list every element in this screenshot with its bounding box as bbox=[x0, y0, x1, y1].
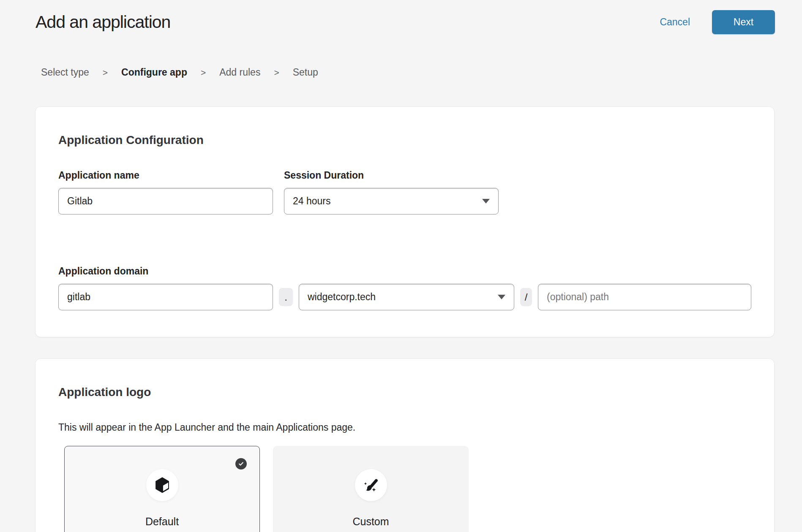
next-button[interactable]: Next bbox=[712, 10, 775, 34]
page-header: Add an application Cancel Next bbox=[0, 0, 802, 38]
application-logo-card: Application logo This will appear in the… bbox=[35, 359, 774, 532]
session-duration-value: 24 hours bbox=[293, 195, 331, 207]
logo-options-row: Default Custom bbox=[64, 446, 751, 532]
subdomain-input[interactable] bbox=[58, 284, 273, 310]
name-session-row: Application name Session Duration 24 hou… bbox=[58, 169, 751, 214]
session-duration-label: Session Duration bbox=[284, 169, 499, 181]
session-duration-select[interactable]: 24 hours bbox=[284, 188, 499, 214]
logo-option-label: Default bbox=[65, 516, 259, 528]
application-name-field: Application name bbox=[58, 169, 273, 214]
chevron-down-icon bbox=[498, 295, 505, 299]
page-title: Add an application bbox=[35, 12, 170, 32]
session-duration-field: Session Duration 24 hours bbox=[284, 169, 499, 214]
application-logo-heading: Application logo bbox=[58, 385, 751, 399]
breadcrumb-step-select-type[interactable]: Select type bbox=[41, 67, 89, 78]
cube-icon bbox=[153, 475, 172, 495]
dot-separator: . bbox=[279, 288, 293, 306]
logo-option-default[interactable]: Default bbox=[64, 446, 260, 532]
custom-icon-circle bbox=[355, 469, 387, 501]
domain-value: widgetcorp.tech bbox=[308, 291, 376, 303]
breadcrumb-step-add-rules[interactable]: Add rules bbox=[219, 67, 260, 78]
breadcrumb-separator: > bbox=[103, 68, 108, 78]
application-domain-label: Application domain bbox=[58, 265, 751, 277]
application-domain-row: . widgetcorp.tech / bbox=[58, 277, 751, 310]
logo-option-label: Custom bbox=[273, 516, 468, 528]
check-icon bbox=[235, 458, 247, 470]
application-name-input[interactable] bbox=[58, 188, 273, 214]
application-configuration-heading: Application Configuration bbox=[58, 133, 751, 147]
paintbrush-icon bbox=[361, 475, 381, 495]
chevron-down-icon bbox=[482, 199, 490, 204]
application-logo-description: This will appear in the App Launcher and… bbox=[58, 421, 751, 433]
breadcrumb-step-configure-app[interactable]: Configure app bbox=[121, 67, 187, 78]
header-actions: Cancel Next bbox=[660, 10, 775, 34]
breadcrumb-separator: > bbox=[274, 68, 279, 78]
application-name-label: Application name bbox=[58, 169, 273, 181]
slash-separator: / bbox=[520, 288, 532, 306]
path-input[interactable] bbox=[538, 284, 751, 310]
breadcrumb: Select type > Configure app > Add rules … bbox=[41, 67, 802, 78]
breadcrumb-step-setup[interactable]: Setup bbox=[293, 67, 318, 78]
breadcrumb-separator: > bbox=[201, 68, 206, 78]
cancel-button[interactable]: Cancel bbox=[660, 16, 690, 28]
logo-option-custom[interactable]: Custom bbox=[273, 446, 469, 532]
application-configuration-card: Application Configuration Application na… bbox=[35, 107, 774, 337]
default-icon-circle bbox=[146, 469, 178, 501]
domain-select[interactable]: widgetcorp.tech bbox=[299, 284, 514, 310]
